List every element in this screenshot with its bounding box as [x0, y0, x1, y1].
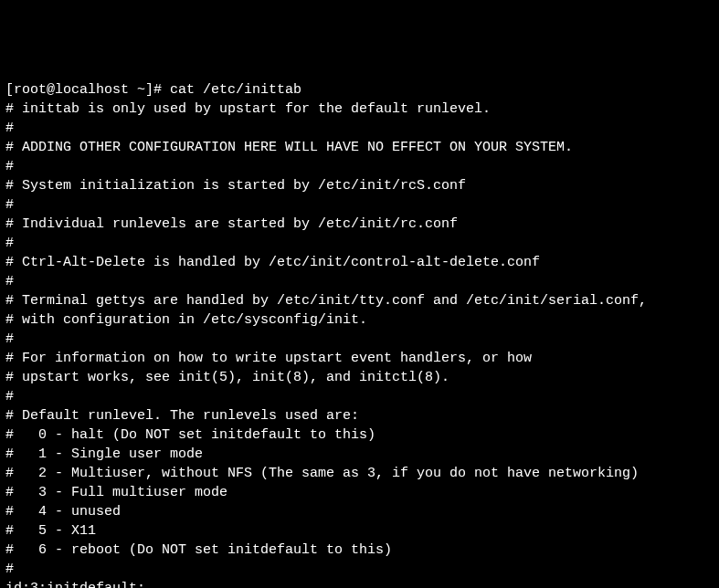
terminal-line: # Terminal gettys are handled by /etc/in… [5, 291, 714, 310]
terminal-line: [root@localhost ~]# cat /etc/inittab [5, 80, 714, 100]
terminal-line: id:3:initdefault: [5, 579, 714, 588]
terminal-line: # [5, 330, 714, 349]
terminal-line: # [5, 272, 714, 291]
terminal-line: # 3 - Full multiuser mode [5, 483, 714, 502]
terminal-line: # [5, 387, 714, 406]
terminal-line: # ADDING OTHER CONFIGURATION HERE WILL H… [5, 138, 714, 157]
terminal-window[interactable]: [root@localhost ~]# cat /etc/inittab# in… [5, 80, 714, 588]
terminal-line: # For information on how to write upstar… [5, 349, 714, 368]
terminal-line: # Default runlevel. The runlevels used a… [5, 406, 714, 425]
terminal-line: # 5 - X11 [5, 521, 714, 541]
terminal-line: # System initialization is started by /e… [5, 176, 714, 195]
terminal-line: # 4 - unused [5, 502, 714, 521]
terminal-line: # Ctrl-Alt-Delete is handled by /etc/ini… [5, 253, 714, 272]
terminal-line: # 6 - reboot (Do NOT set initdefault to … [5, 541, 714, 560]
terminal-line: # [5, 195, 714, 215]
terminal-line: # 1 - Single user mode [5, 445, 714, 464]
terminal-line: # 0 - halt (Do NOT set initdefault to th… [5, 425, 714, 445]
terminal-line: # [5, 234, 714, 253]
terminal-line: # [5, 119, 714, 138]
terminal-line: # 2 - Multiuser, without NFS (The same a… [5, 464, 714, 483]
terminal-line: # [5, 560, 714, 579]
terminal-line: # upstart works, see init(5), init(8), a… [5, 368, 714, 387]
terminal-line: # with configuration in /etc/sysconfig/i… [5, 310, 714, 330]
terminal-line: # Individual runlevels are started by /e… [5, 215, 714, 234]
terminal-line: # inittab is only used by upstart for th… [5, 100, 714, 119]
terminal-line: # [5, 157, 714, 176]
